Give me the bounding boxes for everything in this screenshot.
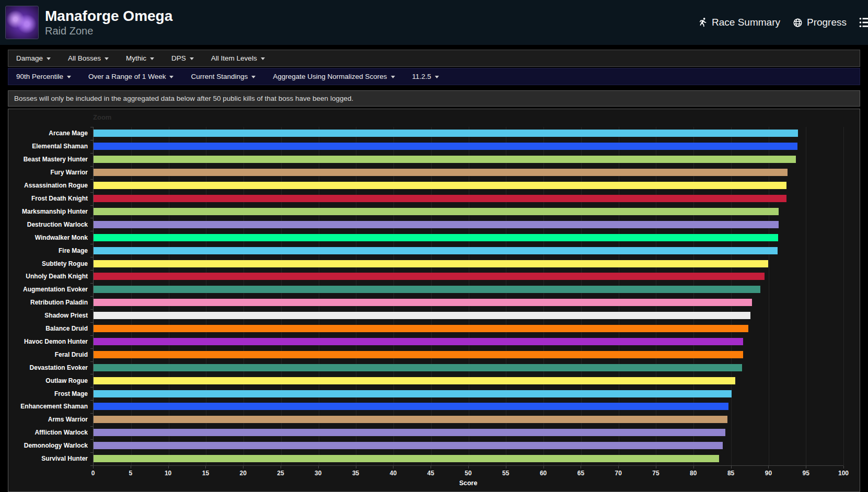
filter-90th-percentile[interactable]: 90th Percentile (16, 73, 71, 80)
x-axis-tick (93, 466, 94, 468)
bar-track (93, 244, 860, 257)
x-tick-label: 0 (91, 470, 95, 477)
score-bar[interactable] (94, 130, 798, 137)
score-bar[interactable] (94, 390, 732, 397)
score-bar[interactable] (94, 299, 752, 306)
x-axis-tick (468, 466, 469, 468)
chart-row-enhancement-shaman: Enhancement Shaman (8, 400, 860, 413)
filter-label: Damage (16, 54, 43, 62)
chart-row-frost-mage: Frost Mage (8, 387, 860, 400)
rankings-chart-panel: Zoom Arcane MageElemental ShamanBeast Ma… (8, 109, 860, 492)
page-header: Manaforge Omega Raid Zone Race Summary P… (0, 0, 868, 45)
globe-icon (793, 18, 803, 28)
score-bar[interactable] (94, 351, 743, 358)
score-bar[interactable] (94, 247, 778, 254)
x-axis-tick (243, 466, 244, 468)
score-bar[interactable] (94, 403, 728, 410)
score-bar[interactable] (94, 221, 779, 228)
list-icon[interactable] (859, 16, 868, 29)
chart-row-affliction-warlock: Affliction Warlock (8, 426, 860, 439)
filter-aggregate-using-normalized-scores[interactable]: Aggregate Using Normalized Scores (273, 73, 395, 80)
class-label: Arms Warrior (8, 416, 93, 423)
race-summary-label: Race Summary (712, 17, 780, 28)
chart-row-shadow-priest: Shadow Priest (8, 309, 860, 322)
score-bar[interactable] (94, 325, 748, 332)
score-bar[interactable] (94, 195, 786, 202)
score-bar[interactable] (94, 182, 786, 189)
bar-track (93, 348, 860, 361)
race-summary-link[interactable]: Race Summary (699, 17, 780, 28)
score-bar[interactable] (94, 273, 765, 280)
score-bar[interactable] (94, 156, 796, 163)
filter-all-bosses[interactable]: All Bosses (68, 54, 109, 62)
x-tick-label: 100 (838, 470, 849, 477)
bar-track (93, 413, 860, 426)
score-bar[interactable] (94, 169, 788, 176)
score-bar[interactable] (94, 234, 778, 241)
x-axis-tick (656, 466, 656, 468)
score-bar[interactable] (94, 377, 735, 384)
filter-label: All Item Levels (211, 54, 257, 62)
chart-row-arcane-mage: Arcane Mage (8, 127, 860, 140)
score-bar[interactable] (94, 338, 743, 345)
bar-track (93, 127, 860, 140)
score-bar[interactable] (94, 416, 727, 423)
chart-row-assassination-rogue: Assassination Rogue (8, 179, 860, 192)
filter-mythic[interactable]: Mythic (126, 54, 154, 62)
filter-all-item-levels[interactable]: All Item Levels (211, 54, 265, 62)
score-bar[interactable] (94, 312, 750, 319)
x-tick-label: 95 (803, 470, 809, 477)
filter-label: Mythic (126, 54, 146, 62)
score-bar[interactable] (94, 260, 768, 267)
bar-track (93, 231, 860, 244)
filter-damage[interactable]: Damage (16, 54, 51, 62)
filter-over-a-range-of-1-week[interactable]: Over a Range of 1 Week (88, 73, 173, 80)
x-axis: Score 0510152025303540455055606570758085… (93, 465, 843, 486)
chart-row-demonology-warlock: Demonology Warlock (8, 439, 860, 452)
chart-row-frost-death-knight: Frost Death Knight (8, 192, 860, 205)
chart-zoom-label: Zoom (93, 113, 111, 121)
chart-row-windwalker-monk: Windwalker Monk (8, 231, 860, 244)
score-bar[interactable] (94, 429, 725, 436)
bar-track (93, 270, 860, 283)
page-title: Manaforge Omega (45, 8, 172, 25)
caret-down-icon (47, 57, 51, 60)
notice-banner: Bosses will only be included in the aggr… (8, 90, 860, 107)
bar-track (93, 283, 860, 296)
x-axis-tick (543, 466, 544, 468)
bar-track (93, 426, 860, 439)
score-bar[interactable] (94, 208, 779, 215)
progress-link[interactable]: Progress (793, 17, 847, 28)
chart-row-fury-warrior: Fury Warrior (8, 166, 860, 179)
filter-label: 11.2.5 (412, 73, 432, 80)
caret-down-icon (67, 76, 71, 78)
class-label: Windwalker Monk (8, 234, 93, 241)
class-label: Augmentation Evoker (8, 286, 93, 293)
x-axis-tick (205, 466, 206, 468)
x-tick-label: 20 (240, 470, 247, 477)
score-bar[interactable] (94, 442, 723, 449)
bar-track (93, 218, 860, 231)
chart-row-subtlety-rogue: Subtlety Rogue (8, 257, 860, 270)
score-bar[interactable] (94, 143, 797, 150)
filter-label: Current Standings (191, 73, 248, 80)
chart-row-elemental-shaman: Elemental Shaman (8, 140, 860, 153)
x-tick-label: 5 (129, 470, 132, 477)
progress-label: Progress (807, 17, 847, 28)
filter-label: DPS (171, 54, 186, 62)
x-axis-title: Score (459, 479, 478, 487)
x-axis-tick (731, 466, 732, 468)
filter-label: Aggregate Using Normalized Scores (273, 73, 387, 80)
x-axis-tick (318, 466, 319, 468)
filter-current-standings[interactable]: Current Standings (191, 73, 256, 80)
class-label: Fire Mage (8, 247, 93, 254)
score-bar[interactable] (94, 286, 760, 293)
score-bar[interactable] (94, 455, 719, 462)
class-label: Frost Death Knight (8, 195, 93, 202)
score-bar[interactable] (94, 364, 742, 371)
chart-row-fire-mage: Fire Mage (8, 244, 860, 257)
filter-dps[interactable]: DPS (171, 54, 194, 62)
class-label: Fury Warrior (8, 169, 93, 176)
filter-bar-primary: DamageAll BossesMythicDPSAll Item Levels (8, 50, 860, 67)
filter-11-2-5[interactable]: 11.2.5 (412, 73, 439, 80)
